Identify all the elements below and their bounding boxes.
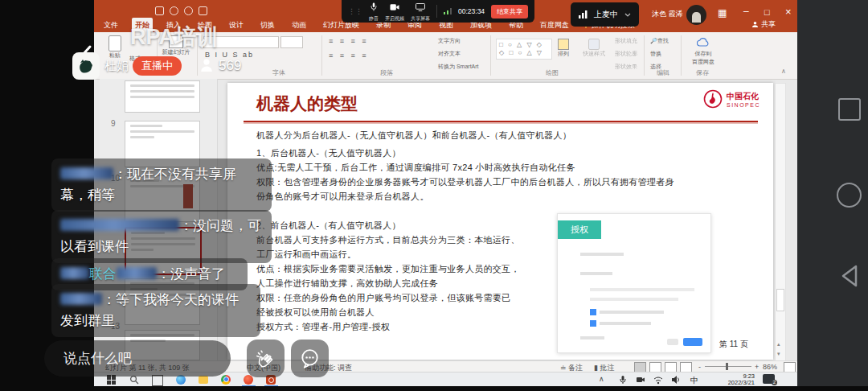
thumbnail-number: 9 bbox=[111, 119, 116, 128]
close-button[interactable]: × bbox=[785, 6, 792, 18]
undo-icon[interactable] bbox=[170, 6, 178, 15]
slide-text-line: 份角色的账号才可以用来登录后台机器人。 bbox=[256, 191, 429, 203]
share-timer: 00:23:34 bbox=[458, 7, 485, 15]
align-text-button[interactable]: 对齐文本 bbox=[438, 50, 461, 58]
save-icon[interactable] bbox=[155, 6, 164, 15]
editing-group-label: 编辑 bbox=[657, 68, 669, 77]
emoji-comment-button[interactable] bbox=[291, 340, 329, 377]
shape-outline-button[interactable]: 形状轮廓 bbox=[615, 50, 637, 58]
tab-design[interactable]: 设计 bbox=[226, 18, 247, 33]
title-underline bbox=[244, 121, 758, 122]
chat-message: ：没问题，可以看到课件 bbox=[51, 210, 272, 263]
chat-input[interactable]: 说点什么吧 bbox=[44, 340, 231, 377]
share-button[interactable]: 共享 bbox=[751, 19, 776, 30]
on-mic-status-pill[interactable]: 上麦中 bbox=[571, 2, 639, 27]
tray-chat-icon[interactable]: 2 bbox=[763, 374, 775, 384]
tray-chat-badge: 2 bbox=[772, 380, 777, 385]
paste-button[interactable]: 粘贴 bbox=[104, 35, 126, 60]
tray-mic-icon[interactable] bbox=[618, 375, 628, 385]
chrome-icon[interactable] bbox=[221, 375, 231, 385]
previous-slide-button[interactable]: ▴ bbox=[777, 341, 780, 348]
tray-camera-icon[interactable] bbox=[636, 375, 645, 385]
taskbar-clock[interactable]: 9:23 2022/3/21 bbox=[708, 373, 755, 386]
slide-text-line: 优点：根据实际业务需要灵活触发，更加注重与业务人员的交互， bbox=[256, 263, 520, 275]
quick-access-toolbar[interactable] bbox=[155, 4, 213, 19]
restore-button[interactable]: □ bbox=[764, 7, 770, 17]
logo-en-text: SINOPEC bbox=[727, 102, 760, 108]
tray-network-icon[interactable] bbox=[653, 375, 663, 385]
task-view-icon[interactable] bbox=[152, 375, 163, 386]
tab-transitions[interactable]: 切换 bbox=[257, 18, 278, 33]
tab-file[interactable]: 文件 bbox=[100, 18, 121, 33]
mute-button[interactable]: 静音 bbox=[369, 0, 379, 23]
find-button[interactable]: 🔎查找 bbox=[650, 37, 669, 45]
slide-scrollbar[interactable]: ▴ ▾ bbox=[775, 83, 786, 361]
streamer-avatar[interactable] bbox=[72, 52, 100, 80]
tray-speaker-icon[interactable] bbox=[671, 375, 681, 385]
zoom-out-button[interactable]: - bbox=[698, 363, 701, 371]
end-share-button[interactable]: 结束共享 bbox=[491, 5, 528, 19]
chat-message: ：现在不没有共享屏幕，稍等 bbox=[51, 158, 272, 212]
text-direction-button[interactable]: 文字方向 bbox=[438, 37, 461, 45]
zoom-in-button[interactable]: + bbox=[755, 363, 759, 371]
save-to-netdisk-button[interactable]: 保存到 百度网盘 bbox=[686, 35, 721, 66]
ime-indicator[interactable]: 中 bbox=[690, 375, 698, 386]
tab-baidu-netdisk[interactable]: 百度网盘 bbox=[537, 18, 572, 33]
font-group-label: 字体 bbox=[272, 68, 285, 77]
stream-title: RPA培训 bbox=[130, 23, 218, 51]
back-nav-button[interactable] bbox=[838, 264, 859, 288]
account-avatar[interactable] bbox=[686, 5, 706, 25]
speech-bubble-icon bbox=[299, 348, 321, 369]
slide-thumbnail[interactable] bbox=[125, 80, 200, 113]
drag-handle-icon[interactable]: ⋮⋮ bbox=[348, 7, 362, 15]
collapse-ribbon-button[interactable]: ∧ bbox=[781, 68, 786, 75]
zoom-slider-thumb[interactable] bbox=[726, 363, 728, 370]
sinopec-mark-icon bbox=[703, 89, 723, 109]
chat-username-redacted bbox=[60, 293, 102, 305]
smartart-button[interactable]: 转换为 SmartArt bbox=[438, 63, 479, 71]
form-line bbox=[600, 322, 651, 325]
tray-expand-chevron[interactable]: ∧ bbox=[599, 375, 604, 383]
letterbox-bottom bbox=[0, 386, 868, 391]
tab-animations[interactable]: 动画 bbox=[289, 18, 309, 33]
slide-text-line: 经被授权可以使用前台机器人 bbox=[256, 307, 375, 319]
app-icon-red[interactable] bbox=[244, 375, 253, 385]
redo-icon[interactable] bbox=[184, 6, 193, 15]
paragraph-group-label: 段落 bbox=[380, 68, 393, 77]
slide-page-number: 第 11 页 bbox=[719, 339, 748, 350]
live-badge: 直播中 bbox=[133, 56, 182, 76]
file-explorer-icon[interactable] bbox=[199, 376, 208, 384]
chat-username-partial: 联合 bbox=[89, 266, 117, 282]
drawing-group-label: 绘图 bbox=[546, 68, 559, 77]
clap-button[interactable] bbox=[247, 340, 285, 377]
account-name[interactable]: 沐色 霞浠 bbox=[652, 9, 683, 19]
share-screen-button[interactable]: 共享屏幕 bbox=[411, 0, 430, 23]
scrollbar-thumb[interactable] bbox=[776, 289, 784, 311]
logo-cn-text: 中国石化 bbox=[727, 91, 760, 102]
shape-effects-button[interactable]: 形状效果 bbox=[615, 63, 637, 71]
slide-text-line: 授权方式：管理者-用户管理-授权 bbox=[256, 321, 390, 333]
align-buttons[interactable]: ≡ ≡ ≡ ≡ bbox=[329, 51, 369, 60]
minimize-button[interactable]: – bbox=[743, 6, 749, 17]
zoom-slider[interactable] bbox=[705, 366, 751, 367]
slide-text-line: 优点:无需人工干预，后台工作，通过调度编排可 7x24 小时高效执行自动化任务 bbox=[256, 162, 575, 174]
chat-username-redacted bbox=[60, 167, 113, 179]
zoom-level[interactable]: 86% bbox=[763, 363, 777, 371]
meeting-control-bar: ⋮⋮ 静音 开启视频 共享屏幕 00:23:34 结束共享 bbox=[342, 0, 534, 23]
sinopec-logo: 中国石化 SINOPEC bbox=[703, 89, 760, 109]
bullet-buttons[interactable]: ≡ ≡ ≡ ≡ bbox=[329, 37, 369, 45]
quick-styles-button[interactable]: 快速样式 bbox=[579, 39, 608, 58]
slide-text-line: 机器人分为后台机器人-（无人值守机器人）和前台机器人-（有人值守机器人） bbox=[256, 130, 571, 142]
slideshow-icon[interactable] bbox=[199, 6, 207, 15]
ribbon-display-options-button[interactable]: ▦ bbox=[718, 7, 727, 19]
replace-button[interactable]: 替换 bbox=[650, 50, 661, 58]
home-button[interactable] bbox=[837, 183, 862, 208]
arrange-button[interactable]: 排列 bbox=[551, 39, 575, 58]
shape-fill-button[interactable]: 形状填充 bbox=[615, 37, 637, 45]
video-button[interactable]: 开启视频 bbox=[385, 0, 404, 23]
next-slide-button[interactable]: ▾ bbox=[777, 351, 780, 357]
shapes-gallery[interactable]: □ ○ △ ▽ ◇ ◇ □ ○ △ ▽ bbox=[496, 39, 552, 60]
form-line bbox=[590, 298, 678, 301]
font-size-combo[interactable] bbox=[280, 36, 303, 48]
recent-apps-button[interactable] bbox=[838, 98, 861, 121]
